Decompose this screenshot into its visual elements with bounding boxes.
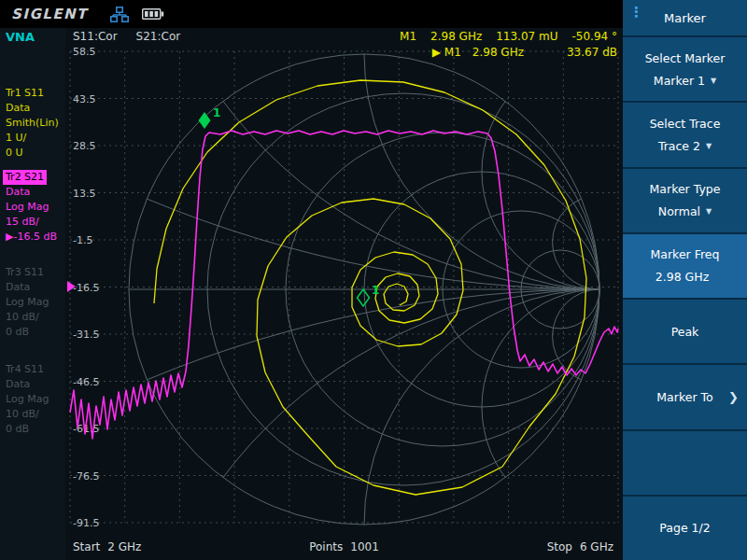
trace-tr1	[154, 80, 586, 495]
sweep-points: Points1001	[309, 540, 379, 553]
top-bar: SIGLENT	[0, 0, 623, 28]
trace-title: Tr1 S11	[6, 86, 65, 101]
marker-diamond	[199, 112, 211, 129]
trace-title: Tr4 S11	[6, 362, 65, 377]
trace-sidebar: VNA Tr1 S11 Data Smith(Lin) 1 U/ 0 U Tr2…	[0, 28, 65, 560]
mode-label: VNA	[6, 30, 65, 45]
menu-grip-icon: ⋮	[629, 7, 643, 17]
s21-cor-status: S21:Cor	[136, 30, 181, 43]
siglent-logo: SIGLENT	[11, 6, 88, 22]
trace-info-tr1[interactable]: Tr1 S11 Data Smith(Lin) 1 U/ 0 U	[6, 86, 65, 161]
chevron-down-icon: ▼	[706, 142, 712, 150]
smith-chart-plot: 58.543.528.513.5-1.5-16.5-31.5-46.5-61.5…	[65, 28, 623, 560]
menu-item-marker-to[interactable]: Marker To ❯	[623, 363, 747, 428]
start-freq: Start2 GHz	[73, 540, 141, 553]
chevron-right-icon: ❯	[728, 390, 739, 404]
marker1-readout-tr2: ▶ M1 2.98 GHz 33.67 dB	[432, 46, 617, 59]
stop-freq: Stop6 GHz	[547, 540, 613, 553]
menu-item-select-trace[interactable]: Select Trace Trace 2▼	[623, 101, 747, 166]
menu-header: ⋮ Marker	[623, 0, 747, 35]
svg-text:-91.5: -91.5	[73, 517, 99, 529]
trace-title: Tr2 S21	[3, 170, 47, 185]
vna-screen: SIGLENT VNA Tr1 S11	[0, 0, 747, 560]
s11-cor-status: S11:Cor	[73, 30, 118, 43]
sweep-info-bar: Start2 GHz Points1001 Stop6 GHz	[73, 540, 613, 553]
trace-info-tr4[interactable]: Tr4 S11 Data Log Mag 10 dB/ 0 dB	[6, 362, 65, 437]
y-axis-labels: 58.543.528.513.5-1.5-16.5-31.5-46.5-61.5…	[73, 46, 99, 529]
trace-info-tr3[interactable]: Tr3 S11 Data Log Mag 10 dB/ 0 dB	[6, 265, 65, 340]
marker-diamond	[358, 289, 370, 306]
trace-title: Tr3 S11	[6, 265, 65, 280]
rect-grid	[70, 51, 618, 523]
menu-item-select-marker[interactable]: Select Marker Marker 1▼	[623, 35, 747, 101]
marker-label: 1	[213, 106, 220, 119]
svg-text:43.5: 43.5	[73, 93, 96, 105]
battery-icon	[142, 7, 164, 21]
menu-item-marker-type[interactable]: Marker Type Normal▼	[623, 167, 747, 232]
svg-text:28.5: 28.5	[73, 140, 96, 152]
lan-icon	[110, 7, 129, 22]
softkey-menu: ⋮ Marker Select Marker Marker 1▼ Select …	[623, 0, 747, 560]
menu-item-page[interactable]: Page 1/2	[623, 495, 747, 560]
menu-item-blank[interactable]	[623, 429, 747, 495]
menu-item-marker-freq[interactable]: Marker Freq 2.98 GHz	[623, 232, 747, 298]
menu-item-peak[interactable]: Peak	[623, 298, 747, 363]
svg-text:-46.5: -46.5	[73, 376, 99, 388]
svg-text:13.5: 13.5	[73, 188, 96, 200]
trace-info-tr2[interactable]: Tr2 S21 Data Log Mag 15 dB/ ▶-16.5 dB	[6, 170, 65, 245]
svg-text:-16.5: -16.5	[73, 282, 99, 294]
svg-text:-1.5: -1.5	[73, 234, 92, 246]
chevron-down-icon: ▼	[711, 77, 716, 85]
menu-title: Marker	[664, 11, 706, 25]
svg-text:-31.5: -31.5	[73, 329, 99, 341]
plot-area: S11:Cor S21:Cor M1 2.98 GHz 113.07 mU -5…	[65, 28, 623, 560]
svg-text:-76.5: -76.5	[73, 470, 99, 483]
marker-label: 1	[372, 284, 379, 297]
chevron-down-icon: ▼	[706, 207, 712, 216]
svg-text:58.5: 58.5	[73, 46, 96, 58]
status-bar: S11:Cor S21:Cor M1 2.98 GHz 113.07 mU -5…	[73, 30, 617, 43]
marker1-readout-tr1: M1 2.98 GHz 113.07 mU -50.94 °	[400, 30, 617, 43]
